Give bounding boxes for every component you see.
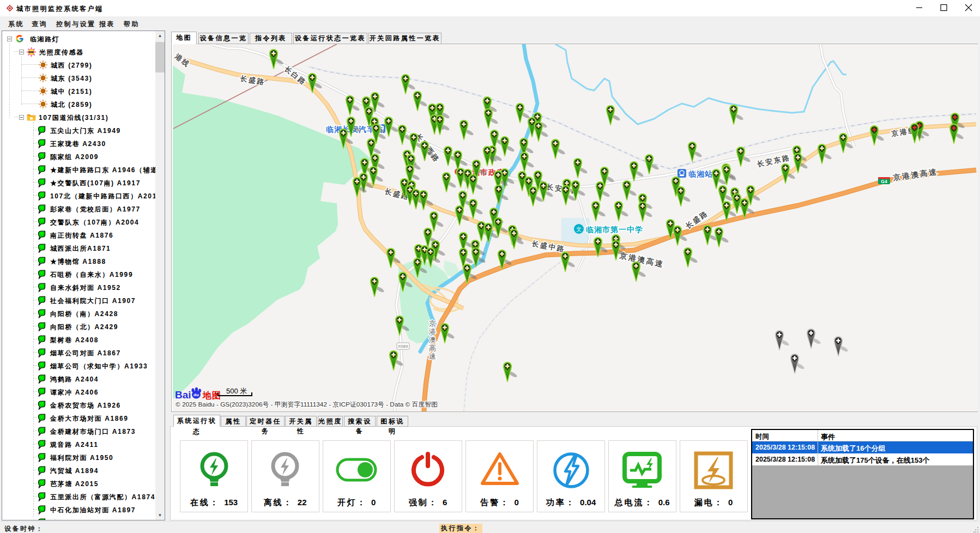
svg-text:Bai: Bai xyxy=(175,389,191,401)
svg-text:G4: G4 xyxy=(881,179,887,184)
svg-text:500 米: 500 米 xyxy=(226,387,247,395)
svg-text:临湘站: 临湘站 xyxy=(688,169,713,178)
svg-text:速: 速 xyxy=(429,352,436,360)
svg-text:文: 文 xyxy=(576,226,582,232)
svg-text:© 2025 Baidu - GS(2023)3206号 -: © 2025 Baidu - GS(2023)3206号 - 甲测资字11111… xyxy=(176,401,438,408)
svg-text:du: du xyxy=(193,392,199,397)
svg-text:高: 高 xyxy=(429,344,436,352)
svg-text:京: 京 xyxy=(429,319,436,328)
svg-text:澳: 澳 xyxy=(428,336,436,344)
svg-text:临湘市第一中学: 临湘市第一中学 xyxy=(586,225,643,234)
svg-text:X089: X089 xyxy=(398,344,408,349)
svg-text:港: 港 xyxy=(429,328,436,336)
